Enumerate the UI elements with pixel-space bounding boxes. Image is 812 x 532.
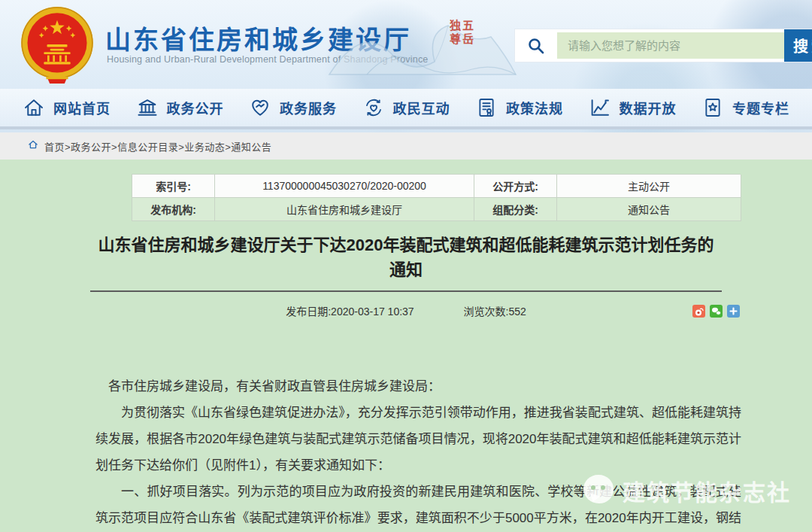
search-button[interactable]: 搜索 — [784, 29, 812, 62]
article-body: 各市住房城乡建设局，有关省财政直管县住房城乡建设局： 为贯彻落实《山东省绿色建筑… — [95, 373, 741, 532]
article-page: 索引号: 113700000045030270/2020-00200 公开方式:… — [0, 160, 812, 532]
data-chart-icon — [589, 96, 611, 119]
paragraph: 为贯彻落实《山东省绿色建筑促进办法》，充分发挥示范引领带动作用，推进我省装配式建… — [95, 400, 741, 479]
info-value-category: 通知公告 — [557, 198, 741, 221]
more-share-icon[interactable] — [727, 305, 740, 318]
info-value-open-method: 主动公开 — [557, 175, 741, 198]
main-navigation: 网站首页 政务公开 政务服务 — [0, 89, 812, 129]
info-label-category: 组配分类: — [474, 198, 557, 221]
nav-item-label: 网站首页 — [53, 98, 111, 117]
nav-item-label: 政务服务 — [280, 98, 337, 117]
document-info-table: 索引号: 113700000045030270/2020-00200 公开方式:… — [132, 174, 741, 221]
wechat-share-icon[interactable] — [710, 305, 723, 318]
mountain-seal-stamp: 五岳独尊 — [448, 20, 474, 57]
article-title: 山东省住房和城乡建设厅关于下达2020年装配式建筑和超低能耗建筑示范计划任务的通… — [90, 233, 722, 282]
paragraph: 一、抓好项目落实。列为示范的项目应为政府投资的新建民用建筑和医院、学校等新建公益… — [95, 479, 741, 532]
nav-item-policies[interactable]: 政策法规 — [475, 96, 563, 119]
home-icon — [23, 96, 45, 119]
nav-item-open-data[interactable]: 数据开放 — [589, 96, 677, 119]
article-meta: 发布日期:2020-03-17 10:37 浏览次数:552 — [0, 303, 812, 320]
nav-item-label: 专题专栏 — [732, 98, 789, 117]
info-label-issuer: 发布机构: — [132, 198, 215, 221]
landscape-painting — [322, 3, 517, 86]
nav-item-home[interactable]: 网站首页 — [23, 96, 111, 119]
bank-icon — [136, 96, 159, 119]
search-input[interactable] — [557, 32, 784, 59]
nav-item-public-interaction[interactable]: 政民互动 — [362, 96, 450, 119]
nav-item-gov-info[interactable]: 政务公开 — [136, 96, 224, 119]
nav-item-gov-services[interactable]: 政务服务 — [249, 96, 337, 119]
nav-item-label: 政务公开 — [167, 98, 224, 117]
nav-item-label: 政策法规 — [506, 98, 563, 117]
national-emblem-logo — [18, 5, 96, 85]
header-row: 山东省住房和城乡建设厅 Housing and Urban-Rural Deve… — [0, 0, 812, 89]
paragraph: 各市住房城乡建设局，有关省财政直管县住房城乡建设局： — [95, 373, 741, 400]
breadcrumb-path[interactable]: 首页>政务公开>信息公开目录>业务动态>通知公告 — [44, 139, 271, 154]
views-count: 552 — [508, 306, 526, 318]
share-buttons — [692, 305, 740, 318]
info-value-issuer: 山东省住房和城乡建设厅 — [215, 198, 474, 221]
publish-date-label: 发布日期: — [286, 306, 331, 318]
policy-doc-icon — [475, 96, 498, 119]
page-header: 山东省住房和城乡建设厅 Housing and Urban-Rural Deve… — [0, 0, 812, 132]
weibo-share-icon[interactable] — [692, 305, 705, 318]
interaction-icon — [362, 96, 385, 119]
title-divider — [90, 290, 722, 292]
publish-date-value: 2020-03-17 10:37 — [331, 306, 414, 318]
service-heart-icon — [249, 96, 271, 119]
nav-item-label: 政民互动 — [393, 98, 450, 117]
search-icon — [515, 29, 557, 62]
info-label-open-method: 公开方式: — [474, 175, 557, 198]
nav-item-special-columns[interactable]: 专题专栏 — [701, 96, 789, 119]
views-label: 浏览次数: — [464, 306, 509, 318]
special-column-icon — [701, 96, 724, 119]
breadcrumb: 首页>政务公开>信息公开目录>业务动态>通知公告 — [0, 132, 812, 160]
breadcrumb-home-icon — [28, 139, 38, 153]
info-label-index: 索引号: — [132, 175, 215, 198]
nav-item-label: 数据开放 — [620, 98, 677, 117]
info-value-index-number: 113700000045030270/2020-00200 — [215, 175, 474, 198]
search-bar: 搜索 — [515, 29, 812, 62]
